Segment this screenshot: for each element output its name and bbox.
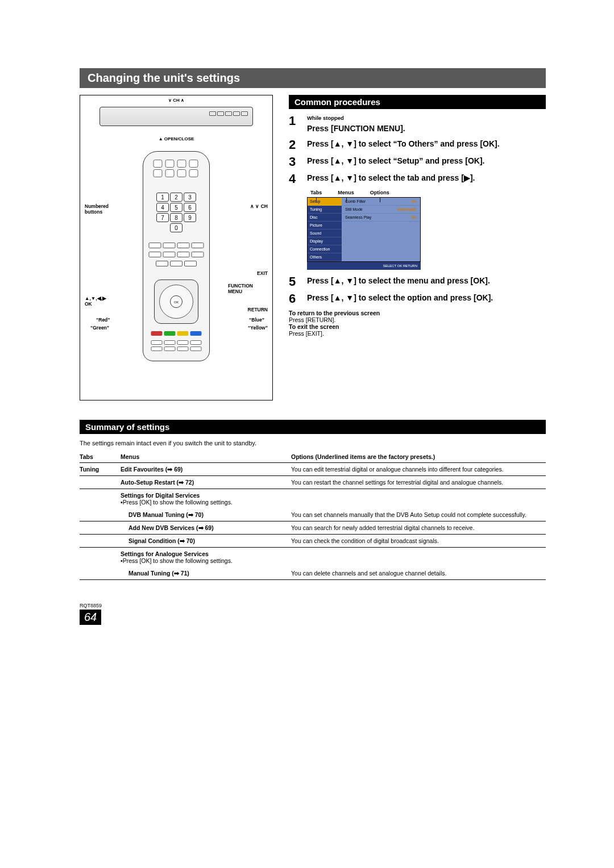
osd-tab-disc: Disc (308, 214, 342, 222)
player-unit-outline (99, 107, 253, 126)
device-area: ∨ CH ∧ ▲ OPEN/CLOSE 1 2 3 4 (80, 95, 273, 400)
osd-tabs: Setup Tuning Disc Picture Sound Display … (308, 198, 342, 261)
step-1: While stopped Press [FUNCTION MENU]. (289, 115, 546, 134)
procedures-heading: Common procedures (289, 95, 546, 109)
remote-body: 1 2 3 4 5 6 7 8 9 0 (143, 151, 210, 361)
cell-menu: Auto-Setup Restart (➡ 72) (121, 476, 291, 489)
osd-tab-display: Display (308, 237, 342, 245)
key-6: 6 (184, 203, 196, 212)
osd-label-menus: Menus (338, 190, 354, 195)
callout-return: RETURN (248, 307, 268, 312)
unit-front-buttons (209, 111, 248, 116)
unit-ch-label: ∨ CH ∧ (80, 98, 272, 103)
doc-code: RQT8859 (80, 603, 546, 608)
remote-keypad: 1 2 3 4 5 6 7 8 9 0 (156, 193, 196, 232)
cell-menu: Signal Condition (➡ 70) (121, 535, 291, 548)
osd-menu-row: Comb FilterOn (342, 198, 420, 206)
osd-menu-row: Still ModeAutomatic (342, 206, 420, 214)
table-row: Settings for Analogue Services•Press [OK… (80, 548, 546, 567)
remote-dpad: OK (154, 279, 198, 324)
page-title-bar: Changing the unit's settings (80, 68, 546, 88)
callout-red: “Red” (96, 317, 110, 323)
table-row: Settings for Digital Services•Press [OK]… (80, 489, 546, 509)
callout-blue: “Blue” (249, 317, 264, 323)
ok-button: OK (170, 295, 182, 308)
cell-option: You can set channels manually that the D… (291, 508, 546, 521)
osd-screen: Setup Tuning Disc Picture Sound Display … (307, 197, 421, 262)
key-8: 8 (170, 213, 182, 222)
step-1-pre: While stopped (307, 115, 405, 122)
callout-numbered: Numbered buttons (85, 203, 119, 215)
cell-menu: DVB Manual Tuning (➡ 70) (121, 508, 291, 521)
key-2: 2 (170, 193, 182, 202)
osd-tab-setup: Setup (308, 198, 342, 206)
procedures-panel: Common procedures While stopped Press [F… (289, 95, 546, 400)
remote-top-cluster (154, 160, 200, 177)
cell-option (291, 489, 546, 509)
settings-table: Tabs Menus Options (Underlined items are… (80, 451, 546, 580)
cell-tab (80, 548, 121, 567)
page-title: Changing the unit's settings (88, 72, 240, 84)
step-4-text: Press [▲, ▼] to select the tab and press… (307, 173, 475, 183)
col-options: Options (Underlined items are the factor… (291, 451, 546, 463)
remote-midrow-1 (149, 243, 204, 248)
cell-menu: Settings for Digital Services•Press [OK]… (121, 489, 291, 509)
return-note-head: To return to the previous screen (289, 310, 380, 316)
blue-button (190, 331, 202, 336)
summary-note: The settings remain intact even if you s… (80, 440, 546, 446)
cell-option: You can check the condition of digital b… (291, 535, 546, 548)
osd-tab-connection: Connection (308, 245, 342, 253)
green-button (164, 331, 176, 336)
osd-tab-others: Others (308, 253, 342, 261)
osd-tab-picture: Picture (308, 222, 342, 229)
procedure-notes: To return to the previous screen Press [… (289, 310, 546, 337)
cell-tab (80, 567, 121, 580)
cell-menu: Manual Tuning (➡ 71) (121, 567, 291, 580)
col-tabs: Tabs (80, 451, 121, 463)
illustration-panel: ∨ CH ∧ ▲ OPEN/CLOSE 1 2 3 4 (80, 95, 273, 400)
procedure-steps: While stopped Press [FUNCTION MENU]. Pre… (289, 115, 546, 185)
cell-menu: Settings for Analogue Services•Press [OK… (121, 548, 291, 567)
cell-option: You can edit terrestrial digital or anal… (291, 463, 546, 476)
yellow-button (177, 331, 189, 336)
cell-option: You can delete channels and set analogue… (291, 567, 546, 580)
key-4: 4 (156, 203, 169, 212)
step-3: Press [▲, ▼] to select “Setup” and press… (289, 156, 546, 168)
remote-midrow-2 (149, 252, 204, 257)
osd-label-options: Options (370, 190, 389, 195)
remote-illustration: 1 2 3 4 5 6 7 8 9 0 (85, 151, 268, 390)
step-2: Press [▲, ▼] to select “To Others” and p… (289, 139, 546, 151)
osd-mock: Tabs Menus Options Setup Tuning Disc Pic… (307, 190, 546, 270)
table-row: Manual Tuning (➡ 71)You can delete chann… (80, 567, 546, 580)
exit-note-head: To exit the screen (289, 323, 339, 330)
cell-tab (80, 521, 121, 535)
callout-exit: EXIT (257, 270, 268, 276)
callout-arrows-ok: ▲,▼,◀,▶ OK (85, 295, 106, 307)
table-row: DVB Manual Tuning (➡ 70)You can set chan… (80, 508, 546, 521)
callout-yellow: “Yellow” (248, 325, 268, 331)
key-1: 1 (156, 193, 169, 202)
cell-tab (80, 508, 121, 521)
callout-green: “Green” (90, 325, 109, 331)
step-4: Press [▲, ▼] to select the tab and press… (289, 173, 546, 185)
summary-heading: Summary of settings (80, 420, 546, 434)
key-9: 9 (184, 213, 196, 222)
cell-tab: Tuning (80, 463, 121, 476)
step-3-text: Press [▲, ▼] to select “Setup” and press… (307, 156, 484, 166)
cell-tab (80, 476, 121, 489)
osd-header-labels: Tabs Menus Options (310, 190, 546, 195)
step-1-text: Press [FUNCTION MENU]. (307, 124, 405, 133)
page-number: 64 (80, 610, 101, 625)
cell-tab (80, 535, 121, 548)
settings-header-row: Tabs Menus Options (Underlined items are… (80, 451, 546, 463)
remote-bottom-rows (151, 340, 202, 351)
step-6-text: Press [▲, ▼] to select the option and pr… (307, 293, 493, 303)
cell-option (291, 548, 546, 567)
cell-menu: Add New DVB Services (➡ 69) (121, 521, 291, 535)
table-row: Add New DVB Services (➡ 69)You can searc… (80, 521, 546, 535)
cell-option: You can search for newly added terrestri… (291, 521, 546, 535)
exit-note-body: Press [EXIT]. (289, 330, 324, 337)
step-5-text: Press [▲, ▼] to select the menu and pres… (307, 276, 490, 286)
red-button (151, 331, 163, 336)
step-5: Press [▲, ▼] to select the menu and pres… (289, 276, 546, 288)
